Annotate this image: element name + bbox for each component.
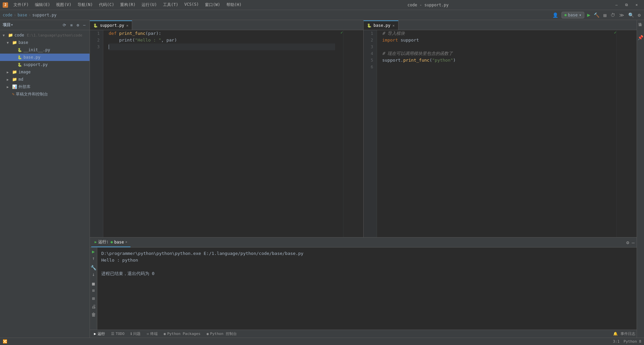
tree-scratch[interactable]: ✎ 草稿文件和控制台 bbox=[0, 90, 90, 98]
search-everywhere-icon[interactable]: 🔍 bbox=[628, 12, 635, 18]
run-layers-icon[interactable]: ⊞ bbox=[92, 296, 95, 301]
editor-tabs-left: 🐍 support.py × bbox=[90, 20, 363, 30]
menu-file[interactable]: 文件(F) bbox=[11, 1, 32, 8]
tab-close-base[interactable]: × bbox=[392, 23, 395, 28]
minimize-button[interactable]: — bbox=[612, 2, 621, 8]
build-icon[interactable]: 🔨 bbox=[593, 12, 600, 18]
run-up-icon[interactable]: ↑ bbox=[92, 256, 95, 261]
tree-file-support[interactable]: 🐍 support.py bbox=[0, 61, 90, 68]
tab-support-py[interactable]: 🐍 support.py × bbox=[90, 20, 132, 30]
empty-line bbox=[101, 264, 633, 270]
run-play-icon[interactable]: ▶ bbox=[92, 249, 95, 254]
tree-root-label: code bbox=[14, 33, 24, 38]
tree-file-base[interactable]: 🐍 base.py bbox=[0, 54, 90, 61]
run-wrench-icon[interactable]: 🔧 bbox=[91, 265, 96, 270]
scratch-icon: ✎ bbox=[12, 92, 14, 96]
menu-window[interactable]: 窗口(W) bbox=[202, 1, 223, 8]
bbar-packages-tab[interactable]: ◉ Python Packages bbox=[161, 331, 203, 337]
structure-icon[interactable]: 结构 bbox=[637, 21, 644, 24]
code-area-left[interactable]: def print_func(par): print("Hello : ", p… bbox=[106, 30, 338, 237]
run-tab-label: 运行: bbox=[98, 239, 109, 245]
folder-image-icon: 📁 bbox=[12, 70, 17, 74]
run-configuration[interactable]: ● base ▾ bbox=[561, 12, 585, 18]
profile-icon[interactable]: 👤 bbox=[552, 12, 559, 18]
menu-run[interactable]: 运行(U) bbox=[139, 1, 160, 8]
run-tab-status-icon: ● bbox=[111, 240, 113, 244]
menu-refactor[interactable]: 重构(R) bbox=[117, 1, 138, 8]
tab-base-py[interactable]: 🐍 base.py × bbox=[364, 20, 398, 30]
tree-root-path: E:\1.language\python\code bbox=[27, 33, 83, 38]
breadcrumb-code[interactable]: code bbox=[3, 13, 12, 17]
panel-settings-icon[interactable]: ⚙ bbox=[626, 239, 630, 246]
tree-file-init[interactable]: 🐍 __init__.py bbox=[0, 46, 90, 54]
menu-help[interactable]: 帮助(H) bbox=[224, 1, 245, 8]
tree-folder-md[interactable]: ▶ 📁 md bbox=[0, 76, 90, 83]
more-tools-icon[interactable]: ≫ bbox=[619, 12, 625, 18]
panel-minimize-icon[interactable]: — bbox=[631, 239, 635, 246]
run-tab-close[interactable]: × bbox=[125, 240, 127, 244]
bbar-todo-tab[interactable]: ☰ TODO bbox=[108, 331, 127, 337]
bbar-run-tab[interactable]: ▶ 运行 bbox=[91, 331, 108, 337]
run-print-icon[interactable]: 🖨 bbox=[91, 304, 96, 309]
check-marks-left: ✓ bbox=[338, 30, 343, 237]
breadcrumb-base[interactable]: base bbox=[17, 13, 27, 17]
menu-nav[interactable]: 导航(N) bbox=[75, 1, 96, 8]
plain-close2: ) bbox=[453, 57, 456, 64]
code-rline-5: support.print_func("python") bbox=[382, 57, 609, 64]
bookmarks-icon[interactable]: 书签 bbox=[637, 28, 644, 31]
str-python: "python" bbox=[432, 57, 453, 64]
titlebar: J 文件(F) 编辑(E) 视图(V) 导航(N) 代码(C) 重构(R) 运行… bbox=[0, 0, 644, 10]
menu-tools[interactable]: 工具(T) bbox=[160, 1, 181, 8]
menu-edit[interactable]: 编辑(E) bbox=[32, 1, 53, 8]
tab-label-base: base.py bbox=[374, 23, 391, 28]
run-stop-icon[interactable]: ■ bbox=[92, 281, 95, 286]
tree-folder-base[interactable]: ▼ 📁 base bbox=[0, 39, 90, 46]
menu-vcs[interactable]: VCS(S) bbox=[182, 1, 202, 8]
coverage-icon[interactable]: ▤ bbox=[603, 12, 607, 18]
menu-bar: 文件(F) 编辑(E) 视图(V) 导航(N) 代码(C) 重构(R) 运行(U… bbox=[11, 1, 244, 8]
maximize-button[interactable]: ⧉ bbox=[622, 2, 631, 8]
editor-panel-left: 🐍 support.py × 1 2 3 bbox=[90, 20, 364, 237]
bbar-problems-tab[interactable]: ℹ 问题 bbox=[128, 331, 143, 337]
py-icon-support: 🐍 bbox=[17, 63, 22, 67]
bbar-terminal-icon: ▫ bbox=[147, 332, 149, 336]
event-log-label[interactable]: 事件日志 bbox=[621, 331, 635, 336]
kw-import: import bbox=[382, 37, 401, 44]
sync-icon[interactable]: ⟳ bbox=[61, 22, 67, 28]
bbar-console-tab[interactable]: ◉ Python 控制台 bbox=[204, 331, 239, 337]
run-down-icon[interactable]: ↓ bbox=[92, 272, 95, 277]
tree-external-libs[interactable]: ▶ 📊 外部库 bbox=[0, 83, 90, 90]
git-icon[interactable]: 🔀 bbox=[3, 339, 7, 344]
run-tab[interactable]: ▶ 运行: ● base × bbox=[91, 238, 130, 247]
breadcrumb-file[interactable]: support.py bbox=[32, 13, 56, 17]
bottom-panel: ▶ 运行: ● base × ⚙ — ▶ ↑ bbox=[90, 237, 637, 338]
tab-icon-base: 🐍 bbox=[367, 23, 372, 28]
gutter-right bbox=[377, 30, 380, 237]
settings-icon[interactable]: ⚙ bbox=[637, 12, 641, 18]
code-area-right[interactable]: # 导入模块 import support # 现在可以调用模块里包含的函数了 … bbox=[380, 30, 611, 237]
editor-content-left: 1 2 3 def print_func(par): print("Hello … bbox=[90, 30, 363, 237]
tree-file-base-label: base.py bbox=[23, 55, 41, 60]
window-controls: — ⧉ ✕ bbox=[612, 2, 641, 8]
tree-root[interactable]: ▼ 📁 code E:\1.language\python\code bbox=[0, 31, 90, 39]
menu-view[interactable]: 视图(V) bbox=[53, 1, 74, 8]
tree-folder-image-label: image bbox=[18, 70, 31, 74]
run-trash-icon[interactable]: 🗑 bbox=[91, 312, 96, 317]
run-scroll-icon[interactable]: ≡ bbox=[92, 288, 95, 293]
run-button[interactable]: ▶ bbox=[587, 12, 590, 18]
gear-icon[interactable]: ⚙ bbox=[75, 22, 80, 28]
profile-run-icon[interactable]: ⏱ bbox=[610, 12, 616, 18]
folder-md-icon: 📁 bbox=[12, 77, 17, 82]
minimap-left bbox=[343, 30, 363, 237]
hide-icon[interactable]: — bbox=[82, 22, 87, 28]
menu-code[interactable]: 代码(C) bbox=[96, 1, 117, 8]
close-button[interactable]: ✕ bbox=[632, 2, 641, 8]
collapse-icon[interactable]: ≡ bbox=[69, 22, 74, 28]
tree-folder-image[interactable]: ▶ 📁 image bbox=[0, 68, 90, 76]
event-log-icon[interactable]: 🔔 bbox=[613, 332, 618, 336]
tab-close-support[interactable]: × bbox=[126, 23, 128, 28]
bbar-terminal-tab[interactable]: ▫ 终端 bbox=[144, 331, 160, 337]
code-line-3 bbox=[109, 44, 335, 50]
run-config-dropdown[interactable]: ▾ bbox=[579, 13, 581, 17]
pin-icon[interactable]: 📌 bbox=[638, 35, 643, 40]
